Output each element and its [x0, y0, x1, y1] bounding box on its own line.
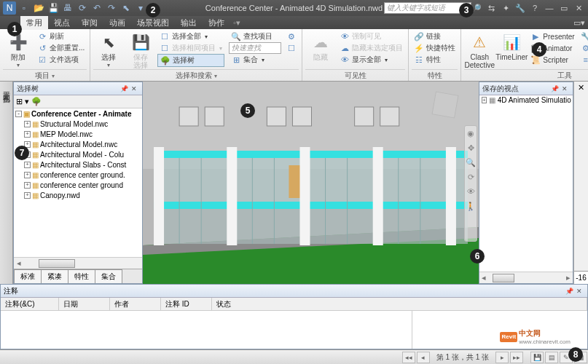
- select-all-button[interactable]: ☐选择全部▾: [157, 31, 224, 42]
- file-options-button[interactable]: ☑文件选项: [35, 54, 87, 66]
- comments-pin-icon[interactable]: 📌: [564, 286, 574, 296]
- menu-review[interactable]: 审阅: [76, 16, 103, 30]
- tree-tab-sets[interactable]: 集合: [95, 269, 122, 283]
- tree-expand-icon[interactable]: +: [24, 131, 31, 138]
- tree-item[interactable]: Canopy.nwd: [40, 191, 80, 199]
- attach-button[interactable]: ➕ 附加 ▾: [3, 31, 34, 68]
- save-selection-button[interactable]: 💾 保存 选择: [125, 31, 156, 69]
- hide-unselected-button[interactable]: ☁隐藏未选定项目: [337, 42, 405, 54]
- sb-last-icon[interactable]: ▸▸: [510, 352, 523, 363]
- tree-item[interactable]: Architectural Slabs - Const: [40, 161, 126, 169]
- save-icon[interactable]: 💾: [47, 1, 60, 15]
- sb-prev-icon[interactable]: ◂: [417, 352, 430, 363]
- tool2-icon[interactable]: ✦: [499, 1, 512, 15]
- help-search-input[interactable]: 键入关键字或短语: [384, 2, 471, 14]
- nav-wheel-icon[interactable]: ◉: [466, 129, 476, 139]
- redo-icon[interactable]: ↷: [105, 1, 118, 15]
- navigation-bar[interactable]: ◉ ✥ 🔍 ⟳ 👁 🚶: [464, 125, 477, 242]
- menu-viewpoint[interactable]: 视点: [48, 16, 76, 30]
- tree-item[interactable]: conference center ground.: [40, 171, 125, 179]
- sb-disk-icon[interactable]: 💾: [530, 352, 544, 363]
- links-button[interactable]: 🔗链接: [412, 31, 458, 42]
- tree-tb3-icon[interactable]: 🌳: [31, 97, 42, 106]
- help-icon[interactable]: ?: [528, 1, 541, 15]
- comments-list[interactable]: [1, 311, 412, 349]
- tree-tab-props[interactable]: 特性: [68, 269, 95, 283]
- tree-item[interactable]: MEP Model.nwc: [40, 130, 93, 138]
- tiny-gear-button[interactable]: ⚙: [284, 31, 299, 42]
- sb-grid-icon[interactable]: ▦: [574, 352, 587, 363]
- batch-button[interactable]: ⚙Batch Utility: [579, 42, 588, 54]
- tree-root-label[interactable]: Conference Center - Animate: [31, 110, 131, 118]
- col-id[interactable]: 注释 ID: [161, 298, 212, 310]
- show-all-button[interactable]: 👁显示全部▾: [337, 54, 405, 66]
- quick-props-button[interactable]: ⚡快捷特性: [412, 42, 458, 54]
- tree-body[interactable]: -▣Conference Center - Animate +▦Structur…: [14, 108, 142, 257]
- tree-expand-icon[interactable]: +: [24, 162, 31, 168]
- print-icon[interactable]: 🖶: [61, 1, 74, 15]
- menu-collab[interactable]: 协作: [203, 16, 230, 30]
- ribbon-toggle-icon[interactable]: ▭▾: [573, 18, 585, 28]
- refresh-button[interactable]: ⟳刷新: [35, 31, 87, 42]
- col-date[interactable]: 日期: [59, 298, 110, 310]
- maximize-icon[interactable]: ▭: [557, 1, 571, 15]
- tree-pin-icon[interactable]: 📌: [119, 84, 129, 94]
- menu-dropdown-icon[interactable]: ◦▾: [233, 18, 240, 28]
- 3d-viewport[interactable]: ◉ ✥ 🔍 ⟳ 👁 🚶: [143, 82, 479, 284]
- tree-expand-icon[interactable]: +: [24, 192, 31, 199]
- force-visible-button[interactable]: 👁强制可见: [337, 31, 405, 42]
- new-icon[interactable]: ▫: [17, 1, 31, 15]
- saved-expand-icon[interactable]: +: [482, 97, 487, 103]
- nav-orbit-icon[interactable]: ⟳: [466, 173, 476, 183]
- properties-button[interactable]: ☷特性: [412, 54, 458, 66]
- col-status[interactable]: 状态: [212, 298, 587, 310]
- select-same-button[interactable]: ☐选择相同项目▾: [157, 42, 224, 54]
- tree-expand-icon[interactable]: +: [24, 121, 31, 127]
- side-tab-planview[interactable]: 平面视图: [0, 82, 13, 284]
- app-logo-icon[interactable]: N: [3, 1, 16, 15]
- tool1-icon[interactable]: ⇆: [485, 1, 498, 15]
- search-go-icon[interactable]: 🔎: [470, 1, 483, 15]
- tree-close-icon[interactable]: ✕: [129, 84, 139, 94]
- select-button[interactable]: ⬉ 选择 ▾: [93, 31, 124, 68]
- saved-close-icon[interactable]: ✕: [560, 84, 570, 94]
- tree-expand-icon[interactable]: +: [24, 141, 31, 148]
- select-icon[interactable]: ⬉: [119, 1, 133, 15]
- saved-pin-icon[interactable]: 📌: [549, 84, 560, 94]
- appearance-button[interactable]: 🔧外观配置器: [579, 31, 588, 42]
- clash-detective-button[interactable]: ⚠ Clash Detective: [464, 31, 495, 69]
- sets-button[interactable]: ⊞集合▾: [229, 54, 281, 66]
- col-comment[interactable]: 注释(&C): [1, 298, 59, 310]
- scripter-button[interactable]: 📜Scripter: [528, 54, 576, 66]
- minimize-icon[interactable]: —: [543, 1, 556, 15]
- refresh-icon[interactable]: ⟳: [76, 1, 89, 15]
- tree-expand-icon[interactable]: +: [24, 172, 31, 178]
- tree-item[interactable]: Structural Model.nwc: [40, 120, 108, 128]
- reset-all-button[interactable]: ↺全部重置...: [35, 42, 87, 54]
- saved-body[interactable]: +▦4D Animated Simulatio: [479, 95, 573, 272]
- open-icon[interactable]: 📂: [32, 1, 45, 15]
- tree-expand-icon[interactable]: +: [24, 151, 31, 158]
- tree-collapse-icon[interactable]: -: [15, 111, 22, 117]
- nav-look-icon[interactable]: 👁: [466, 187, 476, 197]
- compare-button[interactable]: ≡比较: [579, 54, 588, 66]
- menu-common[interactable]: 常用: [20, 16, 48, 30]
- quick-find-input[interactable]: 快速查找: [229, 42, 281, 54]
- nav-walk-icon[interactable]: 🚶: [466, 202, 476, 212]
- nav-zoom-icon[interactable]: 🔍: [466, 158, 476, 168]
- tree-item[interactable]: conference center ground: [40, 181, 123, 189]
- tree-tab-standard[interactable]: 标准: [14, 269, 42, 283]
- saved-item[interactable]: 4D Animated Simulatio: [498, 96, 571, 104]
- sb-mem-icon[interactable]: ▤: [545, 352, 558, 363]
- tiny-sq-button[interactable]: ☐: [284, 42, 299, 54]
- animator-button[interactable]: 🎬Animator: [528, 42, 576, 54]
- tree-hscrollbar[interactable]: ◂: [14, 257, 142, 269]
- sb-next-icon[interactable]: ▸: [495, 352, 509, 363]
- comments-close-icon[interactable]: ✕: [574, 286, 584, 296]
- viewcube[interactable]: [428, 87, 463, 122]
- sb-pencil-icon[interactable]: ✎: [560, 352, 573, 363]
- sb-first-icon[interactable]: ◂◂: [402, 352, 415, 363]
- saved-side-close-icon[interactable]: ✕: [578, 83, 584, 92]
- menu-output[interactable]: 输出: [175, 16, 203, 30]
- dropdown-icon[interactable]: ▾: [134, 1, 147, 15]
